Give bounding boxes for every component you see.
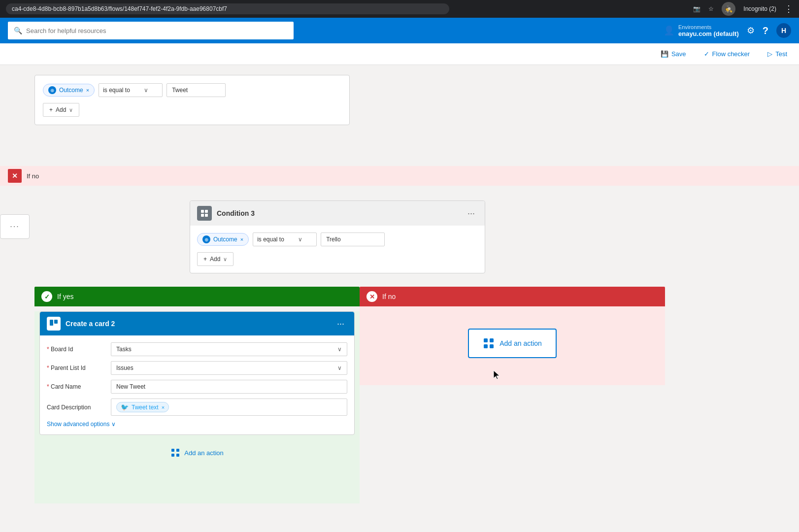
card-description-row: Card Description 🐦 Tweet text × bbox=[47, 399, 347, 416]
condition-row: ⊕ Outcome × is equal to ∨ bbox=[43, 83, 341, 97]
if-no-panel-right: ✕ If no Add an action bbox=[360, 287, 665, 385]
search-icon: 🔍 bbox=[14, 27, 22, 34]
test-button[interactable]: ▷ Test bbox=[764, 48, 791, 60]
create-card2-title: Create a card 2 bbox=[66, 320, 115, 328]
incognito-label: Incognito (2) bbox=[743, 5, 776, 12]
if-yes-panel: ✓ If yes Create a card 2 ··· bbox=[34, 287, 360, 503]
add-icon-top: + bbox=[49, 106, 53, 113]
operator-label-c3: is equal to bbox=[257, 236, 284, 243]
tweet-text-tag[interactable]: 🐦 Tweet text × bbox=[116, 402, 169, 412]
chevron-down-icon-c3: ∨ bbox=[298, 236, 302, 243]
environment-info: 👤 Environments enayu.com (default) bbox=[664, 24, 739, 37]
create-card2-menu-button[interactable]: ··· bbox=[334, 318, 347, 330]
board-id-row: Board Id Tasks ∨ bbox=[47, 342, 347, 356]
incognito-icon: 🕵 bbox=[725, 5, 732, 13]
top-condition-card: ⊕ Outcome × is equal to ∨ + Add ∨ bbox=[34, 75, 350, 125]
condition3-header: Condition 3 ··· bbox=[190, 201, 485, 226]
browser-url[interactable]: ca4-cde8-4d8b-bcb8-897b1a5d8b63/flows/14… bbox=[6, 3, 449, 14]
environment-label: Environments bbox=[678, 24, 739, 30]
camera-off-icon: 📷 bbox=[693, 5, 700, 12]
if-no-header-right: ✕ If no bbox=[360, 287, 665, 306]
card-description-input[interactable]: 🐦 Tweet text × bbox=[111, 399, 347, 416]
parent-list-id-value: Issues bbox=[116, 365, 133, 371]
value-input-top[interactable] bbox=[166, 83, 226, 97]
create-card2: Create a card 2 ··· Board Id Tasks ∨ Par… bbox=[39, 311, 355, 435]
search-bar-container[interactable]: 🔍 bbox=[8, 22, 294, 39]
condition3-menu-button[interactable]: ··· bbox=[465, 207, 478, 220]
if-yes-header: ✓ If yes bbox=[34, 287, 360, 306]
operator-dropdown-c3[interactable]: is equal to ∨ bbox=[253, 233, 317, 246]
flow-checker-label: Flow checker bbox=[712, 50, 750, 58]
chevron-down-icon-top: ∨ bbox=[144, 87, 148, 94]
add-action-highlighted-label: Add an action bbox=[499, 339, 542, 347]
outcome-tag-c3[interactable]: ⊕ Outcome × bbox=[197, 233, 249, 246]
outcome-tag-label-c3: Outcome bbox=[213, 236, 237, 243]
add-action-bottom[interactable]: Add an action bbox=[34, 440, 360, 466]
add-action-highlighted-button[interactable]: Add an action bbox=[468, 329, 557, 358]
svg-rect-13 bbox=[490, 344, 494, 348]
settings-icon[interactable]: ⚙ bbox=[747, 25, 755, 36]
test-icon: ▷ bbox=[767, 50, 772, 58]
outcome-icon-top: ⊕ bbox=[48, 86, 56, 94]
outcome-tag-top[interactable]: ⊕ Outcome × bbox=[43, 84, 95, 97]
board-id-dropdown[interactable]: Tasks ∨ bbox=[111, 342, 347, 356]
svg-rect-7 bbox=[176, 449, 179, 452]
svg-rect-4 bbox=[50, 320, 53, 326]
board-id-value: Tasks bbox=[116, 346, 132, 353]
add-chevron-top: ∨ bbox=[69, 107, 73, 113]
svg-rect-8 bbox=[171, 454, 174, 457]
dots-button-left[interactable]: ··· bbox=[0, 214, 30, 239]
if-no-label-right: If no bbox=[382, 293, 396, 300]
add-chevron-c3: ∨ bbox=[223, 256, 227, 263]
star-icon[interactable]: ☆ bbox=[708, 5, 714, 12]
flow-checker-button[interactable]: ✓ Flow checker bbox=[700, 48, 754, 60]
svg-rect-6 bbox=[171, 449, 174, 452]
outcome-close-c3[interactable]: × bbox=[240, 236, 243, 242]
operator-dropdown-top[interactable]: is equal to ∨ bbox=[99, 83, 163, 97]
value-input-c3[interactable] bbox=[321, 233, 385, 246]
add-action-highlighted-icon bbox=[483, 337, 495, 349]
add-action-icon-bottom bbox=[170, 448, 180, 458]
save-label: Save bbox=[671, 50, 686, 58]
more-icon[interactable]: ⋮ bbox=[784, 3, 793, 14]
svg-rect-10 bbox=[484, 338, 488, 342]
x-icon-right: ✕ bbox=[366, 291, 377, 302]
outcome-icon-c3: ⊕ bbox=[202, 235, 210, 243]
show-advanced-chevron: ∨ bbox=[111, 421, 116, 428]
parent-list-id-row: Parent List Id Issues ∨ bbox=[47, 361, 347, 375]
board-id-chevron: ∨ bbox=[337, 346, 342, 353]
card-description-label: Card Description bbox=[47, 404, 106, 411]
condition3-body: ⊕ Outcome × is equal to ∨ + Add ∨ bbox=[190, 226, 485, 273]
create-card2-header: Create a card 2 ··· bbox=[40, 312, 354, 335]
add-button-c3[interactable]: + Add ∨ bbox=[197, 252, 233, 266]
twitter-icon: 🐦 bbox=[121, 403, 129, 411]
browser-icons: 📷 ☆ 🕵 Incognito (2) ⋮ bbox=[693, 2, 793, 16]
topbar: 🔍 👤 Environments enayu.com (default) ⚙ ?… bbox=[0, 18, 799, 43]
add-action-bottom-label: Add an action bbox=[184, 449, 224, 457]
add-label-c3: Add bbox=[210, 256, 220, 263]
checkmark-icon: ✓ bbox=[41, 291, 52, 302]
help-icon[interactable]: ? bbox=[763, 25, 768, 36]
incognito-badge: 🕵 bbox=[722, 2, 735, 16]
browser-chrome: ca4-cde8-4d8b-bcb8-897b1a5d8b63/flows/14… bbox=[0, 0, 799, 18]
condition3-title: Condition 3 bbox=[217, 209, 255, 217]
add-button-top[interactable]: + Add ∨ bbox=[43, 103, 79, 117]
svg-rect-11 bbox=[490, 338, 494, 342]
add-icon-c3: + bbox=[203, 256, 207, 263]
outcome-close-top[interactable]: × bbox=[86, 87, 89, 93]
tweet-text-close[interactable]: × bbox=[162, 404, 165, 410]
save-button[interactable]: 💾 Save bbox=[657, 48, 690, 60]
show-advanced-link[interactable]: Show advanced options ∨ bbox=[47, 421, 347, 428]
user-initial-icon[interactable]: H bbox=[776, 23, 791, 38]
card-name-input[interactable] bbox=[111, 380, 347, 394]
if-no-label-top: If no bbox=[27, 172, 39, 180]
parent-list-id-chevron: ∨ bbox=[337, 365, 342, 371]
topbar-right: 👤 Environments enayu.com (default) ⚙ ? H bbox=[664, 23, 791, 38]
canvas: ⊕ Outcome × is equal to ∨ + Add ∨ ✕ If n… bbox=[0, 65, 799, 532]
parent-list-id-dropdown[interactable]: Issues ∨ bbox=[111, 361, 347, 375]
environment-name: enayu.com (default) bbox=[678, 30, 739, 37]
dots-icon-left: ··· bbox=[10, 222, 19, 231]
search-input[interactable] bbox=[26, 27, 288, 34]
if-no-close-top[interactable]: ✕ bbox=[8, 169, 22, 183]
add-label-top: Add bbox=[56, 106, 66, 113]
